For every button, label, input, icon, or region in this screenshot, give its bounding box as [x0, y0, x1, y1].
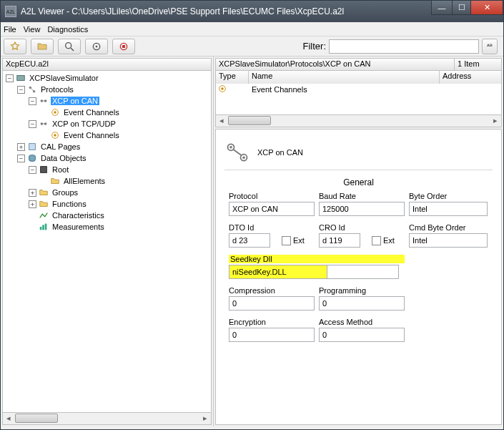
folder-icon	[38, 187, 49, 198]
tree-node[interactable]: Root	[51, 165, 70, 174]
list-body[interactable]: Event Channels	[215, 84, 502, 115]
input-seedkey-extra[interactable]	[327, 265, 399, 279]
svg-point-3	[96, 45, 98, 47]
detail-view: XCP on CAN General Protocol Baud Rate By…	[215, 129, 502, 425]
tree-node[interactable]: AllElements	[62, 177, 107, 185]
settings-button[interactable]	[85, 39, 108, 54]
tree-node-selected[interactable]: XCP on CAN	[51, 97, 99, 105]
titlebar[interactable]: A2L A2L Viewer - C:\Users\JLiles\OneDriv…	[1, 1, 503, 22]
tree-node[interactable]: Protocols	[39, 85, 75, 94]
list-hscrollbar[interactable]: ◂▸	[215, 115, 502, 127]
tree-node[interactable]: Measurements	[51, 223, 106, 231]
checkbox-cro-ext[interactable]	[372, 236, 381, 245]
label-protocol: Protocol	[229, 192, 315, 200]
expand-toggle[interactable]: +	[17, 143, 25, 151]
expand-toggle[interactable]: −	[29, 120, 36, 128]
expand-toggle[interactable]: −	[17, 86, 25, 94]
label-compression: Compression	[229, 286, 315, 295]
close-button[interactable]: ✕	[470, 1, 503, 15]
events-icon	[49, 107, 61, 118]
col-name[interactable]: Name	[249, 71, 440, 84]
calpages-icon	[26, 141, 38, 152]
svg-rect-20	[29, 144, 36, 150]
label-encryption: Encryption	[229, 318, 315, 326]
protocol-icon	[38, 118, 49, 130]
expand-toggle[interactable]: −	[17, 155, 25, 162]
tree-node[interactable]: Event Channels	[62, 108, 121, 117]
search-button[interactable]	[58, 39, 81, 54]
svg-rect-6	[17, 76, 25, 81]
tree-node[interactable]: Groups	[51, 188, 79, 197]
svg-rect-25	[45, 224, 47, 230]
filter-settings-button[interactable]: ᴬᴮ	[482, 39, 498, 54]
minimize-button[interactable]: —	[431, 1, 453, 15]
label-seedkey: Seedkey Dll	[229, 255, 405, 263]
filter-input[interactable]	[329, 39, 479, 54]
svg-point-27	[221, 87, 224, 90]
tree-hscrollbar[interactable]: ◂▸	[2, 413, 212, 425]
dataobjects-icon	[26, 152, 38, 164]
expand-toggle[interactable]: −	[29, 97, 36, 105]
menu-view[interactable]: View	[24, 25, 41, 34]
label-cro: CRO Id	[319, 223, 405, 232]
input-programming[interactable]	[319, 296, 405, 311]
tree-node[interactable]: Data Objects	[39, 154, 88, 162]
tree-panel: XcpECU.a2l −XCPSlaveSimulator −Protocols…	[1, 57, 214, 426]
tree-title: XcpECU.a2l	[2, 58, 212, 71]
tree-node[interactable]: XCPSlaveSimulator	[28, 74, 100, 82]
detail-heading: XCP on CAN	[224, 140, 493, 165]
list-row[interactable]: Event Channels	[216, 84, 501, 95]
input-seedkey[interactable]	[229, 265, 327, 279]
input-protocol[interactable]	[229, 202, 315, 216]
tree-node[interactable]: Characteristics	[51, 211, 106, 220]
detail-panel: XCPSlaveSimulator\Protocols\XCP on CAN 1…	[214, 57, 503, 426]
col-address[interactable]: Address	[440, 71, 501, 84]
stop-button[interactable]	[112, 39, 135, 54]
checkbox-dto-ext[interactable]	[282, 236, 291, 245]
maximize-button[interactable]: ☐	[452, 1, 471, 15]
input-encryption[interactable]	[229, 328, 315, 342]
open-button[interactable]	[31, 39, 54, 54]
content-area: XcpECU.a2l −XCPSlaveSimulator −Protocols…	[1, 57, 503, 426]
expand-toggle[interactable]: −	[29, 166, 36, 174]
menubar: File View Diagnostics	[1, 22, 503, 36]
svg-point-30	[229, 146, 232, 149]
svg-rect-23	[40, 227, 42, 230]
tree-node[interactable]: CAL Pages	[39, 142, 81, 151]
input-baud[interactable]	[319, 202, 405, 216]
input-cro[interactable]	[319, 233, 360, 248]
tree-node[interactable]: Event Channels	[62, 131, 121, 140]
tree-node[interactable]: XCP on TCP/UDP	[51, 119, 117, 128]
svg-point-14	[54, 111, 56, 114]
expand-toggle[interactable]: −	[6, 74, 14, 82]
input-byteorder[interactable]	[409, 202, 488, 216]
label-programming: Programming	[319, 286, 405, 295]
protocol-icon	[38, 95, 49, 107]
events-icon	[49, 130, 61, 141]
input-dto[interactable]	[229, 233, 270, 248]
measurements-icon	[38, 221, 49, 233]
item-count: 1 Item	[455, 58, 502, 71]
tree-node[interactable]: Functions	[51, 200, 88, 208]
app-icon: A2L	[5, 6, 16, 17]
input-cmdbyte[interactable]	[409, 233, 488, 248]
label-byteorder: Byte Order	[409, 192, 488, 200]
expand-toggle[interactable]: +	[29, 200, 36, 208]
svg-point-16	[44, 122, 47, 125]
expand-toggle[interactable]: +	[29, 189, 36, 197]
favorite-button[interactable]	[4, 39, 26, 54]
ecu-icon	[15, 72, 26, 84]
folder-icon	[38, 198, 49, 210]
menu-file[interactable]: File	[4, 25, 16, 34]
svg-rect-5	[122, 45, 125, 48]
svg-point-19	[54, 134, 56, 137]
col-type[interactable]: Type	[216, 71, 249, 84]
tree-view[interactable]: −XCPSlaveSimulator −Protocols −XCP on CA…	[2, 71, 212, 413]
filter-label: Filter:	[303, 41, 327, 52]
label-dto: DTO Id	[229, 223, 315, 232]
input-compression[interactable]	[229, 296, 315, 311]
input-access[interactable]	[319, 328, 405, 342]
menu-diagnostics[interactable]: Diagnostics	[47, 25, 88, 34]
characteristics-icon	[38, 210, 49, 221]
svg-point-0	[66, 42, 71, 48]
